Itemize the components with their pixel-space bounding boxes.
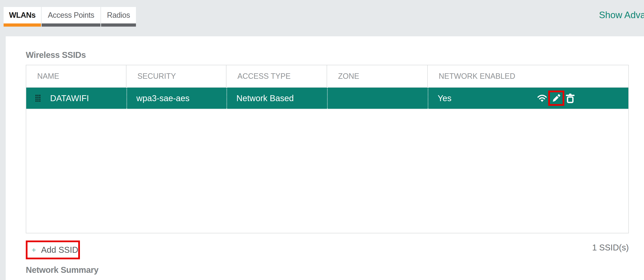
ssid-name-value: DATAWIFI <box>50 94 89 103</box>
cell-name: DATAWIFI <box>26 88 126 109</box>
tab-wlans[interactable]: WLANs <box>4 7 41 27</box>
column-header-security: SECURITY <box>126 65 226 87</box>
drag-handle-icon[interactable] <box>36 95 40 102</box>
cell-security: wpa3-sae-aes <box>126 88 226 109</box>
tab-wlans-label: WLANs <box>9 11 36 20</box>
column-header-name: NAME <box>26 65 126 87</box>
tab-radios[interactable]: Radios <box>101 7 136 27</box>
column-header-zone: ZONE <box>327 65 428 87</box>
tab-access-points[interactable]: Access Points <box>42 7 100 27</box>
trash-icon[interactable] <box>565 92 575 104</box>
cell-zone <box>327 88 428 109</box>
add-ssid-annotation-highlight: Add SSID <box>26 241 80 259</box>
tab-radios-underline <box>101 23 136 27</box>
row-actions <box>537 88 575 109</box>
cell-access-type: Network Based <box>226 88 327 109</box>
cell-network-enabled: Yes <box>428 88 628 109</box>
tab-access-points-label: Access Points <box>48 11 94 20</box>
tab-radios-label: Radios <box>107 11 130 20</box>
wifi-signal-icon[interactable] <box>537 94 547 102</box>
column-header-access-type: ACCESS TYPE <box>226 65 327 87</box>
tab-bar: WLANs Access Points Radios <box>4 7 136 27</box>
tab-access-points-underline <box>42 23 100 27</box>
show-advanced-link[interactable]: Show Advanced <box>599 10 644 20</box>
ssid-table-header: NAME SECURITY ACCESS TYPE ZONE NETWORK E… <box>26 65 628 88</box>
ssid-table-row[interactable]: DATAWIFI wpa3-sae-aes Network Based Yes <box>26 88 628 109</box>
ssid-table: NAME SECURITY ACCESS TYPE ZONE NETWORK E… <box>26 65 629 233</box>
screen: WLANs Access Points Radios Show Advanced… <box>0 0 644 280</box>
edit-icon-annotation-highlight <box>548 91 564 106</box>
add-ssid-label: Add SSID <box>41 245 78 255</box>
column-header-network-enabled: NETWORK ENABLED <box>428 65 628 87</box>
plus-icon <box>32 245 36 255</box>
network-summary-title: Network Summary <box>26 265 98 275</box>
tab-wlans-active-underline <box>4 23 41 27</box>
edit-icon[interactable] <box>552 93 561 103</box>
ssid-count-label: 1 SSID(s) <box>592 243 629 252</box>
add-ssid-button[interactable]: Add SSID <box>28 242 78 258</box>
wireless-ssids-title: Wireless SSIDs <box>26 50 86 60</box>
